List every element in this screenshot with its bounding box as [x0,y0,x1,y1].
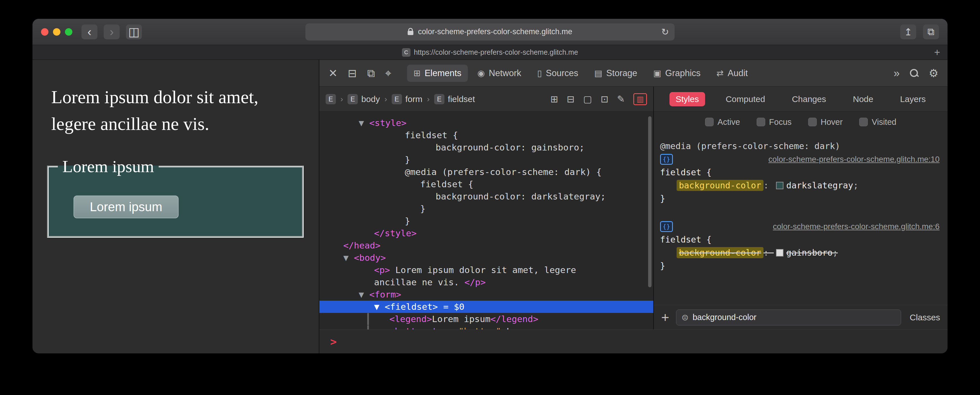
dom-line[interactable]: @media (prefers-color-scheme: dark) { [319,166,653,178]
dom-line[interactable]: } [319,154,653,166]
checkbox-icon[interactable] [808,118,817,126]
dom-line[interactable]: ▼ <body> [319,252,653,264]
dom-line[interactable]: ancillae ne vis. </p> [319,276,653,288]
dom-line[interactable]: ▼ <form> [319,288,653,301]
reload-button[interactable]: ↻ [661,27,669,37]
tab-title[interactable]: https://color-scheme-prefers-color-schem… [414,48,578,56]
minimize-window-button[interactable] [53,28,60,36]
devtools-tab-sources[interactable]: ▯Sources [531,65,585,82]
rule-selector-line: fieldset { [660,233,940,246]
search-icon[interactable] [910,69,918,78]
graphics-icon: ▣ [653,68,661,78]
selected-children-guide [367,313,369,325]
close-devtools-button[interactable]: ✕ [328,68,337,79]
breadcrumb-item-body[interactable]: Ebody [348,94,380,104]
grid-icon[interactable]: ⊡ [601,94,609,105]
breadcrumb-separator: › [384,95,387,104]
dom-line[interactable]: background-color: gainsboro; [319,141,653,154]
add-rule-button[interactable]: + [661,311,669,324]
dom-line[interactable]: } [319,215,653,227]
dom-line[interactable]: </style> [319,227,653,239]
print-icon[interactable]: ⊟ [566,94,574,105]
fieldset-legend: Lorem ipsum [58,155,159,178]
breadcrumb-item-form[interactable]: Eform [392,94,423,104]
pseudo-toggle-visited[interactable]: Visited [859,118,897,127]
dom-text: Lorem ipsum [432,314,490,324]
pseudo-label: Focus [769,118,792,127]
dom-line[interactable]: </head> [319,239,653,252]
console-prompt-icon: > [330,335,337,348]
devtools-toolbar: ✕ ⊟ ⧉ ⌖ ⊞Elements◉Network▯Sources▤Storag… [319,60,948,87]
edit-icon[interactable]: ✎ [617,94,625,105]
dom-tree: ▼ <style>fieldset {background-color: gai… [319,112,653,330]
styles-filter-input[interactable] [692,313,896,322]
more-tabs-icon[interactable]: » [894,68,900,79]
pseudo-toggle-focus[interactable]: Focus [757,118,792,127]
dom-line[interactable]: } [319,202,653,215]
css-declaration[interactable]: background-color: darkslategray; [660,179,940,192]
dom-line[interactable]: ▼ <style> [319,117,653,129]
tab-bar: C https://color-scheme-prefers-color-sch… [32,45,948,60]
dock-side-icon[interactable]: ⧉ [367,68,375,79]
breadcrumb-item-fieldset[interactable]: Efieldset [434,94,475,104]
dom-line[interactable]: ▼ <fieldset> = $0 [319,301,653,313]
address-bar[interactable]: color-scheme-prefers-color-scheme.glitch… [305,23,675,40]
classes-button[interactable]: Classes [910,313,940,322]
semicolon: ; [853,180,858,190]
checkbox-icon[interactable] [705,118,714,126]
devtools-tab-elements[interactable]: ⊞Elements [407,65,468,82]
layout-icon[interactable]: ⊞ [550,94,558,105]
devtools-tab-storage[interactable]: ▤Storage [588,65,644,82]
inspect-element-icon[interactable]: ⌖ [385,68,391,79]
zoom-window-button[interactable] [65,28,72,36]
back-button[interactable]: ‹ [81,24,97,39]
styles-filter-bar: + ⊜ Classes [654,305,948,330]
tab-favicon: C [402,48,410,57]
dom-tag: </legend> [490,314,538,324]
dom-line[interactable]: <p> Lorem ipsum dolor sit amet, legere [319,264,653,276]
styles-filter-field[interactable]: ⊜ [676,309,901,325]
sidebar-tab-layers[interactable]: Layers [894,92,932,106]
dom-line[interactable]: <button type="button">Lorem [319,325,653,330]
checkbox-icon[interactable] [757,118,765,126]
dom-line[interactable]: <legend>Lorem ipsum</legend> [319,313,653,325]
close-window-button[interactable] [41,28,48,36]
sidebar-tab-styles[interactable]: Styles [670,92,705,106]
dom-line[interactable]: fieldset { [319,178,653,190]
sidebar-tab-changes[interactable]: Changes [786,92,832,106]
breadcrumb-item-html[interactable]: E [326,94,336,104]
sidebar-tab-computed[interactable]: Computed [719,92,771,106]
titlebar-right-actions: ↥ ⧉ [900,24,939,39]
source-link[interactable]: color-scheme-prefers-color-scheme.glitch… [773,220,940,233]
pseudo-toggle-hover[interactable]: Hover [808,118,843,127]
curly-braces-icon[interactable]: {} [660,221,673,232]
checkbox-icon[interactable] [859,118,868,126]
sidebar-toggle-button[interactable]: ◫ [126,24,142,39]
dock-bottom-icon[interactable]: ⊟ [348,68,357,79]
color-swatch[interactable] [776,182,783,189]
page-paragraph: Lorem ipsum dolor sit amet, legere ancil… [51,84,319,137]
tab-overview-button[interactable]: ⧉ [923,24,939,39]
forward-button[interactable]: › [104,24,120,39]
devtools-tab-audit[interactable]: ⇄Audit [710,65,754,82]
color-swatch[interactable] [776,249,783,256]
element-badges-toggle-icon[interactable]: ▥ [633,93,647,105]
devtools-tab-network[interactable]: ◉Network [471,65,528,82]
quick-console[interactable]: > [319,330,948,354]
property-name: background-color [676,180,764,191]
dom-line[interactable]: fieldset { [319,129,653,141]
sidebar-tab-node[interactable]: Node [847,92,880,106]
css-declaration[interactable]: background-color: gainsboro; [660,246,940,260]
devtools-tabs: ⊞Elements◉Network▯Sources▤Storage▣Graphi… [407,65,754,82]
gear-icon[interactable]: ⚙ [929,68,939,79]
source-link[interactable]: color-scheme-prefers-color-scheme.glitch… [768,153,940,166]
frame-icon[interactable]: ▢ [583,94,592,105]
curly-braces-icon[interactable]: {} [660,154,673,165]
devtools-tab-graphics[interactable]: ▣Graphics [647,65,707,82]
share-button[interactable]: ↥ [900,24,916,39]
pseudo-toggle-active[interactable]: Active [705,118,740,127]
new-tab-button[interactable]: + [934,47,940,57]
dom-tag: <p> [374,265,390,275]
dom-line[interactable]: background-color: darkslategray; [319,190,653,202]
lorem-ipsum-button[interactable]: Lorem ipsum [73,196,179,218]
